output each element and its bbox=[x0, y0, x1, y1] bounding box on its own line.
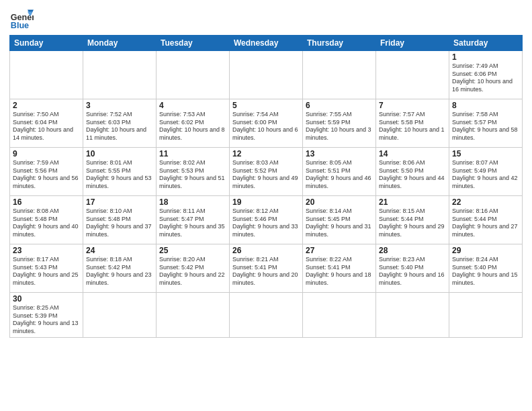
day-info: Sunrise: 8:25 AM Sunset: 5:39 PM Dayligh… bbox=[13, 304, 80, 336]
calendar-day-cell bbox=[303, 293, 376, 338]
calendar-day-cell: 4Sunrise: 7:53 AM Sunset: 6:02 PM Daylig… bbox=[157, 99, 230, 148]
calendar-week-row: 16Sunrise: 8:08 AM Sunset: 5:48 PM Dayli… bbox=[10, 196, 523, 244]
calendar-week-row: 2Sunrise: 7:50 AM Sunset: 6:04 PM Daylig… bbox=[10, 99, 523, 148]
calendar-day-cell: 1Sunrise: 7:49 AM Sunset: 6:06 PM Daylig… bbox=[449, 51, 523, 99]
header: General Blue bbox=[9, 7, 523, 31]
day-info: Sunrise: 7:53 AM Sunset: 6:02 PM Dayligh… bbox=[159, 111, 226, 142]
day-number: 5 bbox=[232, 101, 300, 110]
day-info: Sunrise: 7:49 AM Sunset: 6:06 PM Dayligh… bbox=[452, 62, 519, 94]
day-info: Sunrise: 8:16 AM Sunset: 5:44 PM Dayligh… bbox=[452, 208, 519, 239]
calendar-day-cell: 17Sunrise: 8:10 AM Sunset: 5:48 PM Dayli… bbox=[83, 196, 157, 244]
calendar-day-cell: 14Sunrise: 8:06 AM Sunset: 5:50 PM Dayli… bbox=[376, 148, 449, 196]
day-number: 29 bbox=[452, 246, 519, 255]
day-number: 3 bbox=[86, 101, 153, 110]
day-number: 27 bbox=[306, 246, 373, 255]
day-number: 14 bbox=[379, 149, 446, 158]
calendar-day-cell: 25Sunrise: 8:20 AM Sunset: 5:42 PM Dayli… bbox=[157, 244, 230, 293]
calendar-day-cell: 12Sunrise: 8:03 AM Sunset: 5:52 PM Dayli… bbox=[230, 148, 303, 196]
weekday-header-sunday: Sunday bbox=[10, 36, 83, 51]
calendar-day-cell: 27Sunrise: 8:22 AM Sunset: 5:41 PM Dayli… bbox=[303, 244, 376, 293]
calendar-day-cell: 11Sunrise: 8:02 AM Sunset: 5:53 PM Dayli… bbox=[157, 148, 230, 196]
day-number: 10 bbox=[86, 149, 153, 158]
calendar-day-cell: 21Sunrise: 8:15 AM Sunset: 5:44 PM Dayli… bbox=[376, 196, 449, 244]
day-info: Sunrise: 8:06 AM Sunset: 5:50 PM Dayligh… bbox=[379, 159, 446, 191]
weekday-header-saturday: Saturday bbox=[449, 36, 523, 51]
day-number: 1 bbox=[452, 52, 519, 62]
day-info: Sunrise: 7:59 AM Sunset: 5:56 PM Dayligh… bbox=[13, 159, 80, 191]
svg-text:Blue: Blue bbox=[11, 21, 29, 30]
weekday-header-friday: Friday bbox=[376, 36, 449, 51]
day-number: 23 bbox=[13, 246, 80, 255]
day-number: 21 bbox=[379, 197, 446, 207]
day-info: Sunrise: 8:17 AM Sunset: 5:43 PM Dayligh… bbox=[13, 256, 80, 287]
day-info: Sunrise: 8:23 AM Sunset: 5:40 PM Dayligh… bbox=[379, 256, 446, 287]
weekday-header-monday: Monday bbox=[83, 36, 157, 51]
calendar-week-row: 23Sunrise: 8:17 AM Sunset: 5:43 PM Dayli… bbox=[10, 244, 523, 293]
day-info: Sunrise: 8:01 AM Sunset: 5:55 PM Dayligh… bbox=[86, 159, 153, 191]
calendar-day-cell bbox=[230, 51, 303, 99]
day-number: 26 bbox=[232, 246, 300, 255]
day-info: Sunrise: 8:05 AM Sunset: 5:51 PM Dayligh… bbox=[306, 159, 373, 191]
calendar-day-cell bbox=[449, 293, 523, 338]
day-info: Sunrise: 8:03 AM Sunset: 5:52 PM Dayligh… bbox=[232, 159, 300, 191]
day-number: 22 bbox=[452, 197, 519, 207]
day-number: 11 bbox=[159, 149, 226, 158]
day-info: Sunrise: 7:58 AM Sunset: 5:57 PM Dayligh… bbox=[452, 111, 519, 142]
calendar-table: SundayMondayTuesdayWednesdayThursdayFrid… bbox=[9, 35, 523, 338]
day-info: Sunrise: 8:10 AM Sunset: 5:48 PM Dayligh… bbox=[86, 208, 153, 239]
day-info: Sunrise: 7:50 AM Sunset: 6:04 PM Dayligh… bbox=[13, 111, 80, 142]
day-number: 15 bbox=[452, 149, 519, 158]
calendar-week-row: 30Sunrise: 8:25 AM Sunset: 5:39 PM Dayli… bbox=[10, 293, 523, 338]
day-info: Sunrise: 7:54 AM Sunset: 6:00 PM Dayligh… bbox=[232, 111, 300, 142]
calendar-day-cell: 3Sunrise: 7:52 AM Sunset: 6:03 PM Daylig… bbox=[83, 99, 157, 148]
day-number: 7 bbox=[379, 101, 446, 110]
calendar-day-cell: 23Sunrise: 8:17 AM Sunset: 5:43 PM Dayli… bbox=[10, 244, 83, 293]
calendar-week-row: 1Sunrise: 7:49 AM Sunset: 6:06 PM Daylig… bbox=[10, 51, 523, 99]
day-info: Sunrise: 8:11 AM Sunset: 5:47 PM Dayligh… bbox=[159, 208, 226, 239]
calendar-day-cell: 5Sunrise: 7:54 AM Sunset: 6:00 PM Daylig… bbox=[230, 99, 303, 148]
day-info: Sunrise: 8:22 AM Sunset: 5:41 PM Dayligh… bbox=[306, 256, 373, 287]
calendar-day-cell: 7Sunrise: 7:57 AM Sunset: 5:58 PM Daylig… bbox=[376, 99, 449, 148]
calendar-day-cell bbox=[83, 293, 157, 338]
day-info: Sunrise: 8:15 AM Sunset: 5:44 PM Dayligh… bbox=[379, 208, 446, 239]
day-number: 17 bbox=[86, 197, 153, 207]
calendar-day-cell bbox=[376, 293, 449, 338]
calendar-week-row: 9Sunrise: 7:59 AM Sunset: 5:56 PM Daylig… bbox=[10, 148, 523, 196]
calendar-header-row: SundayMondayTuesdayWednesdayThursdayFrid… bbox=[10, 36, 523, 51]
calendar-day-cell: 10Sunrise: 8:01 AM Sunset: 5:55 PM Dayli… bbox=[83, 148, 157, 196]
day-number: 12 bbox=[232, 149, 300, 158]
day-info: Sunrise: 8:08 AM Sunset: 5:48 PM Dayligh… bbox=[13, 208, 80, 239]
day-number: 18 bbox=[159, 197, 226, 207]
day-number: 13 bbox=[306, 149, 373, 158]
day-number: 28 bbox=[379, 246, 446, 255]
calendar-day-cell bbox=[157, 51, 230, 99]
day-number: 9 bbox=[13, 149, 80, 158]
calendar-day-cell: 20Sunrise: 8:14 AM Sunset: 5:45 PM Dayli… bbox=[303, 196, 376, 244]
day-info: Sunrise: 8:02 AM Sunset: 5:53 PM Dayligh… bbox=[159, 159, 226, 191]
calendar-day-cell: 19Sunrise: 8:12 AM Sunset: 5:46 PM Dayli… bbox=[230, 196, 303, 244]
weekday-header-thursday: Thursday bbox=[303, 36, 376, 51]
day-info: Sunrise: 8:12 AM Sunset: 5:46 PM Dayligh… bbox=[232, 208, 300, 239]
day-info: Sunrise: 7:55 AM Sunset: 5:59 PM Dayligh… bbox=[306, 111, 373, 142]
calendar-day-cell: 29Sunrise: 8:24 AM Sunset: 5:40 PM Dayli… bbox=[449, 244, 523, 293]
calendar-day-cell: 15Sunrise: 8:07 AM Sunset: 5:49 PM Dayli… bbox=[449, 148, 523, 196]
day-number: 30 bbox=[13, 294, 80, 304]
day-info: Sunrise: 8:20 AM Sunset: 5:42 PM Dayligh… bbox=[159, 256, 226, 287]
day-number: 20 bbox=[306, 197, 373, 207]
day-number: 4 bbox=[159, 101, 226, 110]
calendar-day-cell bbox=[157, 293, 230, 338]
calendar-day-cell: 26Sunrise: 8:21 AM Sunset: 5:41 PM Dayli… bbox=[230, 244, 303, 293]
day-number: 25 bbox=[159, 246, 226, 255]
day-number: 19 bbox=[232, 197, 300, 207]
generalblue-logo-icon: General Blue bbox=[9, 7, 34, 31]
calendar-day-cell: 2Sunrise: 7:50 AM Sunset: 6:04 PM Daylig… bbox=[10, 99, 83, 148]
calendar-day-cell bbox=[10, 51, 83, 99]
calendar-day-cell: 28Sunrise: 8:23 AM Sunset: 5:40 PM Dayli… bbox=[376, 244, 449, 293]
day-info: Sunrise: 7:57 AM Sunset: 5:58 PM Dayligh… bbox=[379, 111, 446, 142]
calendar-day-cell: 24Sunrise: 8:18 AM Sunset: 5:42 PM Dayli… bbox=[83, 244, 157, 293]
calendar-day-cell bbox=[303, 51, 376, 99]
calendar-day-cell: 18Sunrise: 8:11 AM Sunset: 5:47 PM Dayli… bbox=[157, 196, 230, 244]
calendar-day-cell bbox=[376, 51, 449, 99]
calendar-day-cell: 9Sunrise: 7:59 AM Sunset: 5:56 PM Daylig… bbox=[10, 148, 83, 196]
calendar-day-cell: 16Sunrise: 8:08 AM Sunset: 5:48 PM Dayli… bbox=[10, 196, 83, 244]
